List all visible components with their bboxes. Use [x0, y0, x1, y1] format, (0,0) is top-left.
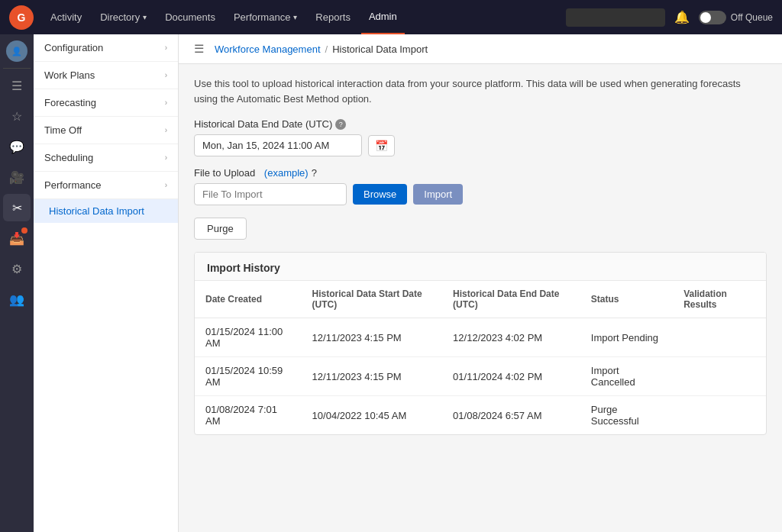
cell-end-date: 01/11/2024 4:02 PM — [442, 357, 580, 396]
date-input-group: 📅 — [194, 134, 767, 156]
chat-icon-btn[interactable]: 💬 — [3, 133, 31, 160]
cell-validation — [673, 357, 766, 396]
sidebar-section-header-workplans[interactable]: Work Plans › — [34, 62, 178, 89]
breadcrumb-current: Historical Data Import — [332, 44, 428, 55]
browse-button[interactable]: Browse — [353, 184, 407, 205]
cell-date-created: 01/08/2024 7:01 AM — [195, 396, 302, 435]
nav-performance[interactable]: Performance ▾ — [226, 0, 305, 34]
chevron-right-icon: › — [165, 126, 167, 134]
sidebar-section-configuration: Configuration › — [34, 34, 178, 62]
search-input[interactable] — [566, 8, 665, 27]
cell-end-date: 12/12/2023 4:02 PM — [442, 318, 580, 357]
off-queue-toggle[interactable] — [699, 11, 726, 24]
table-row: 01/15/2024 11:00 AM 12/11/2023 4:15 PM 1… — [195, 318, 766, 357]
main-layout: Configuration › Work Plans › Forecasting… — [34, 34, 782, 532]
content-area: ☰ Workforce Management / Historical Data… — [179, 34, 782, 532]
calendar-icon-button[interactable]: 📅 — [368, 135, 395, 156]
file-upload-label: File to Upload (example) ? — [194, 167, 767, 179]
cell-status: Import Pending — [580, 318, 673, 357]
date-label: Historical Data End Date (UTC) ? — [194, 118, 767, 130]
file-input[interactable] — [194, 183, 347, 205]
import-history-title: Import History — [195, 253, 766, 281]
cell-validation — [673, 318, 766, 357]
file-help-icon[interactable]: ? — [312, 167, 317, 179]
chevron-right-icon: › — [165, 98, 167, 107]
sidebar-section-header-forecasting[interactable]: Forecasting › — [34, 89, 178, 116]
chevron-right-icon: › — [165, 44, 167, 52]
col-header-start-date: Historical Data Start Date (UTC) — [302, 281, 442, 318]
import-history-section: Import History Date Created Historical D… — [194, 252, 767, 435]
date-input[interactable] — [194, 134, 362, 156]
gear-icon-btn[interactable]: ⚙ — [3, 255, 31, 282]
top-navigation: G Activity Directory ▾ Documents Perform… — [0, 0, 782, 34]
scissors-icon-btn[interactable]: ✂ — [3, 194, 31, 221]
nav-activity[interactable]: Activity — [43, 0, 89, 34]
chevron-down-icon: ▾ — [143, 13, 147, 21]
breadcrumb-separator: / — [325, 44, 328, 55]
nav-directory[interactable]: Directory ▾ — [92, 0, 154, 34]
star-icon-btn[interactable]: ☆ — [3, 102, 31, 130]
nav-documents[interactable]: Documents — [157, 0, 223, 34]
sidebar-section-header-configuration[interactable]: Configuration › — [34, 34, 178, 61]
purge-button[interactable]: Purge — [194, 218, 247, 240]
sidebar-section-forecasting: Forecasting › — [34, 89, 178, 117]
cell-start-date: 12/11/2023 4:15 PM — [302, 318, 442, 357]
table-row: 01/08/2024 7:01 AM 10/04/2022 10:45 AM 0… — [195, 396, 766, 435]
cell-status: Purge Successful — [580, 396, 673, 435]
col-header-status: Status — [580, 281, 673, 318]
secondary-sidebar: Configuration › Work Plans › Forecasting… — [34, 34, 179, 532]
example-link[interactable]: (example) — [264, 167, 309, 179]
cell-date-created: 01/15/2024 11:00 AM — [195, 318, 302, 357]
cell-date-created: 01/15/2024 10:59 AM — [195, 357, 302, 396]
logo[interactable]: G — [9, 5, 34, 30]
cell-start-date: 10/04/2022 10:45 AM — [302, 396, 442, 435]
people-icon-btn[interactable]: 👥 — [3, 285, 31, 313]
left-icon-sidebar: 👤 ☰ ☆ 💬 🎥 ✂ 📥 ⚙ 👥 — [0, 34, 34, 532]
breadcrumb-bar: ☰ Workforce Management / Historical Data… — [179, 34, 782, 64]
notification-dot — [21, 227, 27, 234]
off-queue-label: Off Queue — [731, 12, 773, 23]
download-icon-btn[interactable]: 📥 — [3, 224, 31, 252]
table-row: 01/15/2024 10:59 AM 12/11/2023 4:15 PM 0… — [195, 357, 766, 396]
menu-icon-btn[interactable]: ☰ — [3, 72, 31, 99]
chevron-down-icon: ▾ — [293, 13, 297, 21]
chevron-right-icon: › — [165, 71, 167, 79]
cell-start-date: 12/11/2023 4:15 PM — [302, 357, 442, 396]
sidebar-section-workplans: Work Plans › — [34, 62, 178, 89]
sidebar-section-header-timeoff[interactable]: Time Off › — [34, 117, 178, 143]
sidebar-section-header-scheduling[interactable]: Scheduling › — [34, 144, 178, 171]
date-help-icon[interactable]: ? — [335, 119, 346, 130]
sidebar-section-scheduling: Scheduling › — [34, 144, 178, 172]
sidebar-item-historical-data-import[interactable]: Historical Data Import — [34, 199, 178, 223]
col-header-end-date: Historical Data End Date (UTC) — [442, 281, 580, 318]
sidebar-section-header-performance[interactable]: Performance › — [34, 172, 178, 198]
nav-reports[interactable]: Reports — [308, 0, 358, 34]
notification-bell-icon[interactable]: 🔔 — [674, 10, 690, 24]
sidebar-section-timeoff: Time Off › — [34, 117, 178, 144]
cell-status: Import Cancelled — [580, 357, 673, 396]
chevron-right-icon: › — [165, 153, 167, 162]
cell-end-date: 01/08/2024 6:57 AM — [442, 396, 580, 435]
col-header-date-created: Date Created — [195, 281, 302, 318]
chevron-right-icon: › — [165, 181, 167, 189]
import-history-table: Date Created Historical Data Start Date … — [195, 281, 766, 434]
import-button[interactable]: Import — [413, 184, 463, 205]
hamburger-icon[interactable]: ☰ — [194, 42, 204, 56]
file-upload-group: Browse Import — [194, 183, 767, 205]
col-header-validation: Validation Results — [673, 281, 766, 318]
nav-admin[interactable]: Admin — [361, 0, 405, 34]
cell-validation — [673, 396, 766, 435]
sidebar-section-performance: Performance › — [34, 172, 178, 199]
breadcrumb-parent-link[interactable]: Workforce Management — [215, 44, 321, 55]
page-content: Use this tool to upload historical inter… — [179, 64, 782, 447]
user-avatar[interactable]: 👤 — [6, 40, 27, 62]
page-description: Use this tool to upload historical inter… — [194, 76, 767, 106]
video-icon-btn[interactable]: 🎥 — [3, 163, 31, 191]
off-queue-toggle-area: Off Queue — [699, 11, 773, 24]
